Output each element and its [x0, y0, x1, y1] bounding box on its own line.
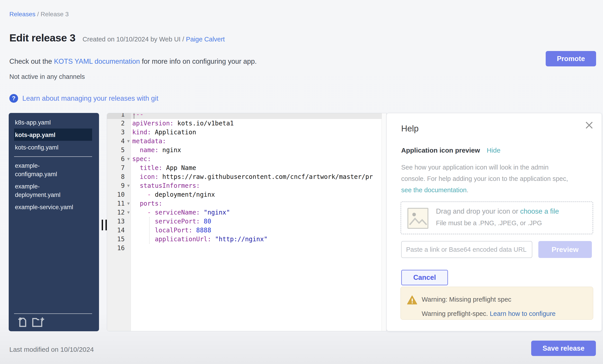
fold-spacer	[125, 164, 132, 172]
warning-detail: Warning preflight-spec. Learn how to con…	[422, 310, 556, 318]
save-release-button[interactable]: Save release	[531, 341, 596, 356]
new-file-icon[interactable]	[18, 317, 27, 327]
warning-detail-prefix: Warning preflight-spec.	[422, 310, 490, 317]
code-line-3[interactable]: 3kind: Application	[107, 128, 386, 137]
fold-spacer	[125, 146, 132, 154]
file-item-kots-app-yaml[interactable]: kots-app.yaml	[15, 131, 79, 139]
fold-spacer	[125, 244, 132, 253]
icon-preview-section-header: Application icon preview Hide	[401, 147, 500, 154]
preview-button[interactable]: Preview	[538, 241, 592, 258]
title-row: Edit release 3 Created on 10/10/2024 by …	[9, 32, 225, 44]
dropzone-text: Drag and drop your icon or choose a file	[436, 207, 559, 215]
code-line-2[interactable]: 2apiVersion: kots.io/v1beta1	[107, 119, 386, 128]
line-number: 4	[107, 137, 125, 146]
promote-button[interactable]: Promote	[546, 51, 596, 66]
cancel-button[interactable]: Cancel	[401, 270, 448, 285]
help-paragraph: See how your application icon will look …	[401, 162, 568, 196]
section-label: Application icon preview	[401, 147, 480, 154]
see-documentation-link[interactable]: see the documentation	[401, 187, 466, 194]
fold-arrow-icon[interactable]: ▼	[125, 137, 132, 146]
created-text: Created on 10/10/2024 by Web UI / Paige …	[82, 36, 225, 43]
editor-scrollbar[interactable]	[382, 113, 386, 331]
breadcrumb-releases-link[interactable]: Releases	[9, 11, 35, 18]
code-text: servicePort: 80	[132, 217, 386, 226]
line-number: 8	[107, 172, 125, 181]
kots-docs-link[interactable]: KOTS YAML documentation	[54, 57, 140, 65]
code-line-15[interactable]: 15 applicationUrl: "http://nginx"	[107, 235, 386, 244]
breadcrumb-current: Release 3	[41, 11, 69, 18]
help-paragraph-line1: See how your application icon will look …	[401, 162, 568, 173]
file-item-example-configmap-yaml[interactable]: example-configmap.yaml	[15, 162, 79, 178]
code-line-8[interactable]: 8 icon: https://raw.githubusercontent.co…	[107, 172, 386, 181]
fold-arrow-icon[interactable]: ▼	[125, 154, 132, 164]
code-text: ports:	[132, 199, 386, 208]
configure-link[interactable]: Learn how to configure	[490, 310, 556, 317]
fold-arrow-icon[interactable]: ▼	[125, 208, 132, 217]
file-item-example-deployment-yaml[interactable]: example-deployment.yaml	[15, 182, 79, 199]
fold-arrow-icon[interactable]: ▼	[125, 199, 132, 208]
git-help-row[interactable]: ? Learn about managing your releases wit…	[9, 94, 158, 103]
code-text: - serviceName: "nginx"	[132, 208, 386, 217]
line-number: 9	[107, 181, 125, 190]
code-text: metadata:	[132, 137, 386, 146]
code-text: kind: Application	[132, 128, 386, 137]
file-item-k8s-app-yaml[interactable]: k8s-app.yaml	[15, 118, 79, 127]
line-number: 14	[107, 226, 125, 235]
fold-spacer	[125, 190, 132, 199]
page-title: Edit release 3	[9, 32, 75, 44]
line-number: 16	[107, 244, 125, 253]
dropzone-hint: File must be a .PNG, .JPEG, or .JPG	[436, 220, 542, 227]
drop-prefix: Drag and drop your icon or	[436, 207, 520, 215]
code-line-1[interactable]: 1---	[107, 113, 386, 119]
code-line-13[interactable]: 13 servicePort: 80	[107, 217, 386, 226]
code-text: - deployment/nginx	[132, 190, 386, 199]
file-item-example-service-yaml[interactable]: example-service.yaml	[15, 203, 79, 211]
channel-status: Not active in any channels	[9, 73, 85, 80]
question-icon: ?	[9, 94, 18, 103]
code-line-16[interactable]: 16	[107, 244, 386, 253]
fold-spacer	[125, 119, 132, 128]
fold-spacer	[125, 172, 132, 181]
code-line-14[interactable]: 14 localPort: 8888	[107, 226, 386, 235]
fold-spacer	[125, 217, 132, 226]
created-by-link[interactable]: Paige Calvert	[186, 36, 225, 43]
code-line-4[interactable]: 4▼metadata:	[107, 137, 386, 146]
choose-file-link[interactable]: choose a file	[520, 207, 559, 215]
code-line-5[interactable]: 5 name: nginx	[107, 146, 386, 154]
hide-link[interactable]: Hide	[487, 147, 500, 154]
fold-spacer	[125, 226, 132, 235]
line-number: 10	[107, 190, 125, 199]
code-text: icon: https://raw.githubusercontent.com/…	[132, 172, 386, 181]
code-line-10[interactable]: 10 - deployment/nginx	[107, 190, 386, 199]
warning-icon	[407, 295, 417, 305]
image-placeholder-icon	[407, 208, 428, 229]
line-number: 2	[107, 119, 125, 128]
period: .	[466, 187, 468, 194]
code-text: ---	[132, 113, 386, 119]
help-title: Help	[401, 124, 418, 133]
code-rows[interactable]: 1---2apiVersion: kots.io/v1beta13kind: A…	[107, 113, 386, 253]
fold-spacer	[125, 128, 132, 137]
close-icon[interactable]	[584, 120, 594, 131]
code-line-12[interactable]: 12▼ - serviceName: "nginx"	[107, 208, 386, 217]
breadcrumb: Releases / Release 3	[9, 11, 69, 18]
code-line-11[interactable]: 11▼ ports:	[107, 199, 386, 208]
code-line-6[interactable]: 6▼spec:	[107, 154, 386, 164]
code-line-7[interactable]: 7 title: App Name	[107, 164, 386, 172]
git-releases-link[interactable]: Learn about managing your releases with …	[22, 94, 158, 102]
line-number: 5	[107, 146, 125, 154]
new-folder-icon[interactable]	[32, 317, 44, 327]
help-panel: Help Application icon preview Hide See h…	[386, 113, 602, 331]
code-line-9[interactable]: 9▼ statusInformers:	[107, 181, 386, 190]
icon-dropzone[interactable]: Drag and drop your icon or choose a file…	[401, 201, 593, 234]
file-tree-sidebar: k8s-app.yamlkots-app.yamlkots-config.yam…	[9, 113, 99, 331]
breadcrumb-separator: /	[35, 11, 41, 18]
line-number: 7	[107, 164, 125, 172]
yaml-code-editor[interactable]: 1---2apiVersion: kots.io/v1beta13kind: A…	[107, 113, 387, 331]
icon-url-input[interactable]	[401, 241, 532, 258]
line-number: 3	[107, 128, 125, 137]
file-item-kots-config-yaml[interactable]: kots-config.yaml	[15, 143, 79, 152]
sidebar-resize-handle[interactable]	[102, 220, 107, 230]
indent-guide	[149, 217, 150, 244]
fold-arrow-icon[interactable]: ▼	[125, 181, 132, 190]
